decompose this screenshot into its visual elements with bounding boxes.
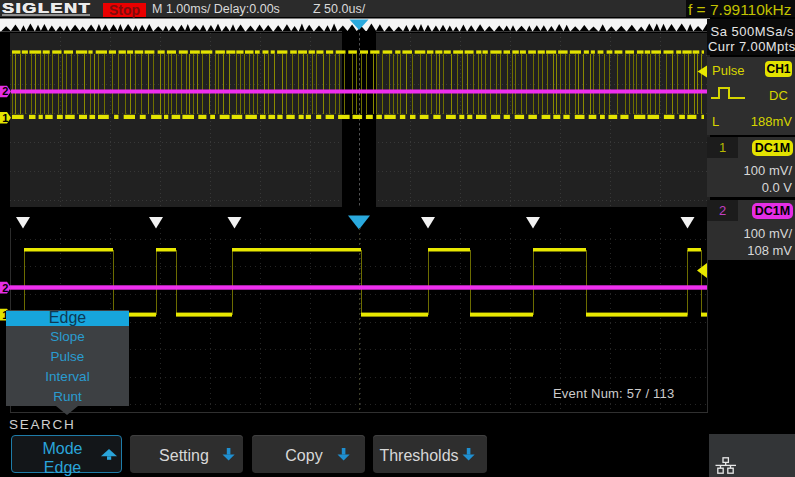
svg-text:2: 2: [2, 85, 8, 97]
svg-text:2: 2: [2, 282, 8, 294]
svg-text:1: 1: [2, 112, 8, 124]
